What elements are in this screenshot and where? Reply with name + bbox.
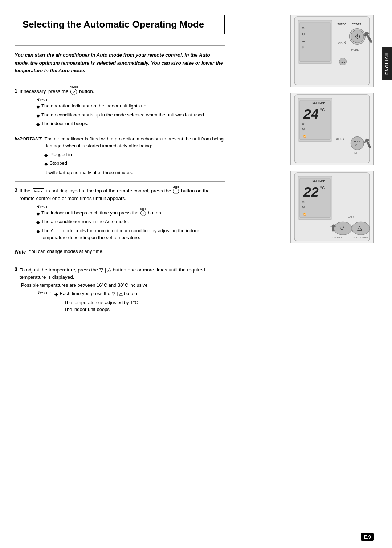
step-2-bullet-3: ◆ The Auto mode cools the room in optimu… — [36, 227, 225, 241]
step-3: 3 To adjust the temperature, press the ▽… — [15, 266, 225, 313]
step-3-bullet-intro: ◆ Each time you press the ▽ | △ button: — [54, 290, 138, 298]
svg-text:📶: 📶 — [303, 212, 307, 216]
step-3-sub-1: - The temperature is adjusted by 1°C — [61, 299, 138, 306]
step-1-text: If necessary, press the POWER ⏻ button. — [20, 88, 94, 95]
step-2-text: If the Auto◄ is not displayed at the top… — [20, 187, 225, 202]
svg-text:▽: ▽ — [339, 224, 344, 232]
svg-text:⏻: ⏻ — [355, 33, 360, 39]
step-2-number: 2 — [15, 187, 17, 193]
right-panel: ⚙ ❄ ☁ ❄ TURBO POWER ⏻ 1HR. ⏱ MODE ◄◄ — [272, 15, 374, 243]
step-2-line: 2 If the Auto◄ is not displayed at the t… — [15, 187, 225, 202]
svg-text:ENERGY SAVING: ENERGY SAVING — [352, 237, 369, 239]
svg-text:☁: ☁ — [302, 39, 305, 43]
svg-text:22: 22 — [303, 184, 319, 200]
svg-text:FAN SPEED: FAN SPEED — [332, 237, 344, 239]
auto-icon: Auto◄ — [33, 188, 44, 194]
svg-text:1HR. ⏱: 1HR. ⏱ — [338, 41, 347, 44]
step-1: 1 If necessary, press the POWER ⏻ button… — [15, 88, 225, 128]
main-content: Selecting the Automatic Operating Mode Y… — [15, 15, 225, 330]
svg-text:MODE: MODE — [354, 140, 360, 143]
remote-image-3: SET TEMP 22 °C ⚙ ❄ 📶 TEMP. ▽ △ FAN SPEED… — [290, 171, 374, 243]
diamond-icon: ◆ — [36, 219, 40, 226]
intro-rule — [15, 82, 225, 82]
diamond-icon: ◆ — [36, 210, 40, 217]
step-2-bullet-2: ◆ The air conditioner runs in the Auto m… — [36, 218, 225, 226]
note-text: You can change modes at any time. — [29, 249, 103, 254]
step-1-bullet-1: ◆ The operation indicator on the indoor … — [36, 102, 225, 110]
remote-svg-3: SET TEMP 22 °C ⚙ ❄ 📶 TEMP. ▽ △ FAN SPEED… — [291, 171, 373, 243]
step-3-line: 3 To adjust the temperature, press the ▽… — [15, 266, 225, 281]
power-icon: POWER ⏻ — [70, 89, 77, 95]
note-block: Note You can change modes at any time. — [15, 249, 225, 255]
svg-text:❄: ❄ — [302, 127, 305, 131]
diamond-icon: ◆ — [36, 112, 40, 119]
svg-text:❄: ❄ — [302, 46, 305, 49]
step-1-bullet-3: ◆ The indoor unit beeps. — [36, 120, 225, 128]
svg-text:○: ○ — [355, 143, 357, 147]
svg-text:TURBO: TURBO — [338, 23, 347, 25]
important-bullet-2: ◆ Stopped — [44, 160, 225, 168]
important-text: The air conditioner is fitted with a pro… — [44, 136, 224, 149]
svg-text:⚙: ⚙ — [302, 26, 305, 30]
note-label: Note — [15, 249, 26, 255]
step-1-number: 1 — [15, 88, 17, 94]
step-3-number: 3 — [15, 266, 17, 272]
intro-paragraph: You can start the air conditioner in Aut… — [15, 51, 225, 75]
important-bullet-1: ◆ Plugged in — [44, 151, 225, 159]
remote-svg-2: SET TEMP 24 °C ⚙ ❄ 📶 1HR. ⏱ MODE ○ TEMP. — [291, 93, 373, 165]
result-label-1: Result: — [36, 97, 51, 102]
remote-svg-1: ⚙ ❄ ☁ ❄ TURBO POWER ⏻ 1HR. ⏱ MODE ◄◄ — [291, 15, 373, 87]
svg-text:SET TEMP: SET TEMP — [313, 180, 325, 182]
step-3-result-line: Result: ◆ Each time you press the ▽ | △ … — [36, 290, 225, 313]
step-3-result: Result: ◆ Each time you press the ▽ | △ … — [36, 290, 225, 313]
step-3-text: To adjust the temperature, press the ▽ |… — [20, 266, 225, 281]
page-number: E.9 — [361, 533, 374, 541]
remote-image-1: ⚙ ❄ ☁ ❄ TURBO POWER ⏻ 1HR. ⏱ MODE ◄◄ — [290, 15, 374, 87]
svg-text:°C: °C — [320, 107, 325, 113]
svg-text:⚙: ⚙ — [302, 122, 305, 126]
middle-rule — [15, 181, 225, 182]
remote-image-2: SET TEMP 24 °C ⚙ ❄ 📶 1HR. ⏱ MODE ○ TEMP. — [290, 93, 374, 165]
page-number-text: E.9 — [364, 534, 371, 540]
step-2-result: Result: ◆ The indoor unit beeps each tim… — [36, 204, 225, 241]
step3-rule — [15, 261, 225, 261]
mode-icon-inline: MODE○ — [140, 210, 146, 216]
intro-text: You can start the air conditioner in Aut… — [15, 52, 223, 73]
diamond-icon: ◆ — [54, 291, 58, 298]
diamond-icon: ◆ — [36, 103, 40, 110]
mode-icon-small: MODE ○ — [173, 188, 179, 194]
result-label-2: Result: — [36, 204, 51, 209]
step-3-result-content: ◆ Each time you press the ▽ | △ button: … — [54, 290, 138, 313]
svg-text:△: △ — [357, 224, 362, 232]
svg-text:◄◄: ◄◄ — [341, 61, 346, 64]
svg-text:📶: 📶 — [303, 134, 307, 138]
svg-text:24: 24 — [303, 106, 319, 122]
svg-text:SET TEMP: SET TEMP — [313, 102, 325, 104]
step-1-result: Result: ◆ The operation indicator on the… — [36, 97, 225, 128]
svg-text:MODE: MODE — [351, 49, 359, 51]
svg-text:TEMP.: TEMP. — [351, 152, 358, 154]
diamond-icon: ◆ — [36, 121, 40, 128]
svg-text:❄: ❄ — [302, 32, 305, 36]
important-content: The air conditioner is fitted with a pro… — [44, 135, 225, 176]
english-tab: ENGLISH — [382, 47, 392, 80]
step-1-bullet-2: ◆ The air conditioner starts up in the m… — [36, 111, 225, 119]
important-block: IMPORTANT The air conditioner is fitted … — [15, 135, 225, 176]
important-footer: It will start up normally after three mi… — [44, 169, 225, 176]
page-title: Selecting the Automatic Operating Mode — [23, 19, 217, 30]
svg-text:TEMP.: TEMP. — [347, 216, 354, 218]
step-3-subtext: Possible temperatures are between 16°C a… — [21, 282, 225, 288]
svg-text:POWER: POWER — [352, 23, 361, 25]
title-box: Selecting the Automatic Operating Mode — [15, 15, 225, 34]
bottom-rule — [15, 324, 225, 324]
diamond-icon: ◆ — [36, 228, 40, 235]
power-icon-wrap: POWER ⏻ — [70, 88, 78, 95]
result-label-3: Result: — [36, 290, 51, 295]
step-2-bullet-1: ◆ The indoor unit beeps each time you pr… — [36, 209, 225, 217]
important-label: IMPORTANT — [15, 135, 41, 176]
svg-text:1HR. ⏱: 1HR. ⏱ — [336, 138, 345, 140]
english-tab-label: ENGLISH — [385, 52, 389, 75]
svg-text:⚙: ⚙ — [302, 200, 305, 204]
top-rule — [15, 45, 225, 46]
step-2: 2 If the Auto◄ is not displayed at the t… — [15, 187, 225, 241]
